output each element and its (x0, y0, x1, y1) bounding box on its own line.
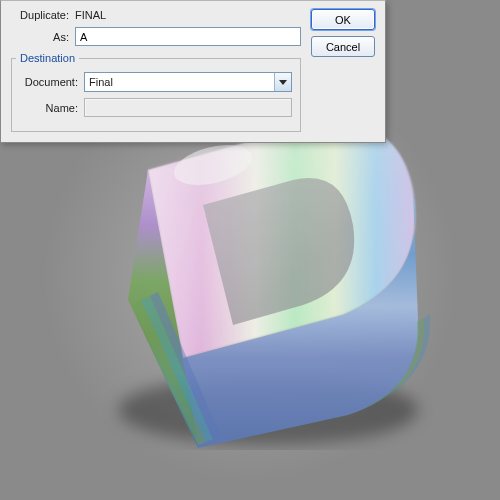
duplicate-dialog: Duplicate: FINAL As: Destination Documen… (0, 0, 386, 143)
document-label: Document: (20, 76, 78, 88)
ok-button[interactable]: OK (311, 9, 375, 30)
svg-point-0 (118, 375, 418, 445)
svg-point-1 (170, 138, 256, 192)
as-input[interactable] (75, 27, 301, 46)
as-row: As: (11, 27, 301, 46)
duplicate-row: Duplicate: FINAL (11, 9, 301, 21)
name-input (84, 98, 292, 117)
document-row: Document: Final (20, 72, 292, 92)
name-row: Name: (20, 98, 292, 117)
document-select[interactable]: Final (84, 72, 292, 92)
chevron-down-icon (274, 73, 291, 91)
as-label: As: (11, 31, 69, 43)
destination-legend: Destination (16, 52, 79, 64)
artwork-3d-letter (78, 110, 438, 450)
document-select-value: Final (89, 76, 274, 88)
cancel-button[interactable]: Cancel (311, 36, 375, 57)
destination-group: Destination Document: Final Name: (11, 52, 301, 132)
duplicate-value: FINAL (75, 9, 106, 21)
duplicate-label: Duplicate: (11, 9, 69, 21)
name-label: Name: (20, 102, 78, 114)
